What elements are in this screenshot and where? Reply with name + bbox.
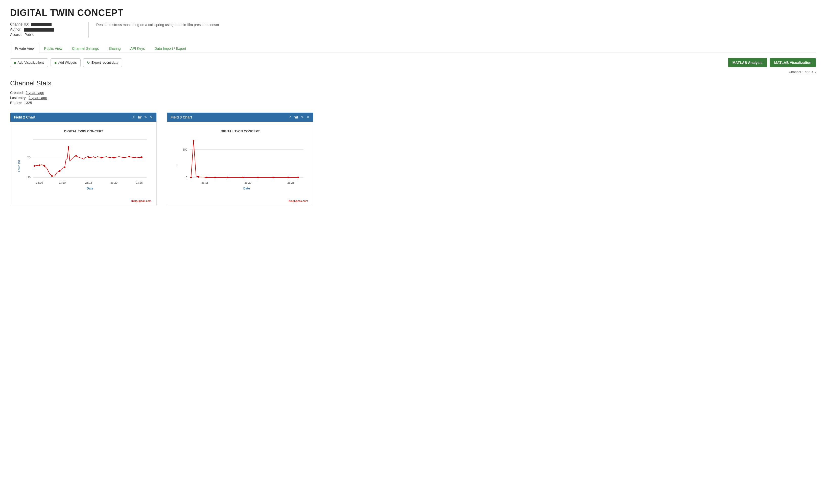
- field2-x-tick-3: 23:15: [85, 181, 92, 184]
- field3-dot: [227, 177, 228, 178]
- channel-stats-section: Channel Stats Created: 2 years ago Last …: [10, 79, 816, 105]
- field3-dot: [214, 177, 216, 178]
- channel-stats-title: Channel Stats: [10, 79, 816, 87]
- add-widgets-label: Add Widgets: [58, 61, 77, 64]
- meta-section: Channel ID: Author: Access: Public Real-…: [10, 22, 816, 38]
- field3-x-tick-1: 23:15: [201, 181, 209, 184]
- matlab-visualization-button[interactable]: MATLAB Visualization: [770, 58, 816, 67]
- field3-dot: [288, 177, 289, 178]
- field2-dot: [39, 165, 40, 166]
- field2-close-icon[interactable]: ✕: [150, 115, 153, 119]
- tab-api-keys[interactable]: API Keys: [126, 44, 150, 53]
- channel-id-row: Channel ID:: [10, 22, 81, 26]
- tab-private-view[interactable]: Private View: [10, 44, 40, 53]
- author-label: Author:: [10, 27, 21, 31]
- add-widgets-button[interactable]: ■ Add Widgets: [51, 58, 80, 67]
- meta-divider: [88, 22, 89, 38]
- field3-credit: ThingSpeak.com: [172, 199, 308, 202]
- created-value[interactable]: 2 years ago: [26, 91, 44, 95]
- export-recent-data-button[interactable]: ↻ Export recent data: [83, 58, 122, 67]
- field3-x-label: Date: [243, 187, 250, 190]
- field2-dot: [88, 156, 90, 158]
- access-row: Access: Public: [10, 33, 81, 37]
- field3-svg: DIGITAL TWIN CONCEPT 3 0 500 23:15 23:20…: [172, 127, 308, 198]
- field2-dot: [141, 156, 142, 158]
- field3-dot: [193, 140, 194, 141]
- field3-x-tick-2: 23:20: [244, 181, 251, 184]
- field3-dot: [205, 177, 207, 178]
- field3-dot: [257, 177, 259, 178]
- field2-dot: [59, 170, 60, 172]
- channel-id-label: Channel ID:: [10, 22, 29, 26]
- last-entry-row: Last entry: 2 years ago: [10, 96, 816, 100]
- add-visualizations-button[interactable]: ■ Add Visualizations: [10, 58, 48, 67]
- channel-nav: Channel 1 of 2 ‹ ›: [10, 70, 816, 74]
- channel-prev-arrow[interactable]: ‹: [812, 70, 813, 74]
- field3-y-tick-500: 500: [183, 148, 187, 151]
- field2-edit-icon[interactable]: ✎: [144, 115, 147, 119]
- field3-chart-header: Field 3 Chart ↗ ☎ ✎ ✕: [167, 113, 313, 122]
- last-entry-label: Last entry:: [10, 96, 26, 100]
- field3-dot: [198, 176, 199, 178]
- plus-icon2: ■: [54, 61, 56, 65]
- field3-data-line: [191, 141, 298, 177]
- entries-value: 1325: [24, 101, 32, 105]
- field2-dot: [113, 157, 115, 159]
- tab-channel-settings[interactable]: Channel Settings: [67, 44, 104, 53]
- field2-dot: [44, 165, 45, 167]
- export-icon: ↻: [87, 61, 90, 65]
- field2-chart-icons: ↗ ☎ ✎ ✕: [132, 115, 153, 119]
- field2-external-link-icon[interactable]: ↗: [132, 115, 135, 119]
- channel-id-value: [31, 23, 52, 26]
- field2-dot: [128, 156, 130, 158]
- field3-dot: [298, 177, 299, 178]
- access-label: Access:: [10, 33, 22, 37]
- plus-icon: ■: [14, 61, 16, 65]
- matlab-analysis-button[interactable]: MATLAB Analysis: [728, 58, 767, 67]
- access-value: Public: [24, 33, 34, 37]
- field3-chart-card: Field 3 Chart ↗ ☎ ✎ ✕ DIGITAL TWIN CONCE…: [167, 112, 313, 206]
- field2-chart-main-title: DIGITAL TWIN CONCEPT: [64, 129, 103, 133]
- channel-next-arrow[interactable]: ›: [815, 70, 816, 74]
- field2-x-label: Date: [87, 187, 93, 190]
- field2-dot: [75, 155, 77, 156]
- field3-svg-wrap: DIGITAL TWIN CONCEPT 3 0 500 23:15 23:20…: [172, 127, 308, 198]
- tab-sharing[interactable]: Sharing: [104, 44, 125, 53]
- last-entry-value[interactable]: 2 years ago: [28, 96, 47, 100]
- meta-left: Channel ID: Author: Access: Public: [10, 22, 81, 38]
- field3-external-link-icon[interactable]: ↗: [289, 115, 292, 119]
- field2-data-line: [35, 147, 142, 176]
- field2-dot: [34, 165, 35, 167]
- tab-public-view[interactable]: Public View: [40, 44, 67, 53]
- field2-svg-wrap: DIGITAL TWIN CONCEPT Force (N) 20 25 23:…: [15, 127, 151, 198]
- field2-svg: DIGITAL TWIN CONCEPT Force (N) 20 25 23:…: [15, 127, 152, 198]
- page-title: DIGITAL TWIN CONCEPT: [10, 8, 816, 18]
- author-row: Author:: [10, 27, 81, 31]
- field2-dot: [51, 175, 53, 177]
- tab-data-import-export[interactable]: Data Import / Export: [150, 44, 191, 53]
- field3-y-tick-0: 0: [186, 176, 187, 179]
- channel-nav-text: Channel 1 of 2: [789, 70, 810, 74]
- field2-dot: [64, 167, 65, 168]
- field2-x-tick-5: 23:25: [136, 181, 143, 184]
- field2-y-label: Force (N): [17, 160, 20, 172]
- field2-chart-title: Field 2 Chart: [14, 115, 36, 119]
- field2-comment-icon[interactable]: ☎: [137, 115, 142, 119]
- created-label: Created:: [10, 91, 24, 95]
- field2-chart-header: Field 2 Chart ↗ ☎ ✎ ✕: [10, 113, 157, 122]
- field2-dot: [68, 146, 69, 148]
- entries-label: Entries:: [10, 101, 22, 105]
- field3-chart-body: DIGITAL TWIN CONCEPT 3 0 500 23:15 23:20…: [167, 122, 313, 206]
- field3-x-tick-3: 23:25: [287, 181, 294, 184]
- field2-chart-body: DIGITAL TWIN CONCEPT Force (N) 20 25 23:…: [10, 122, 157, 206]
- field2-y-tick-25: 25: [27, 155, 31, 159]
- field2-dot: [101, 157, 102, 159]
- field2-y-tick-20: 20: [27, 176, 31, 179]
- field3-close-icon[interactable]: ✕: [306, 115, 309, 119]
- field3-comment-icon[interactable]: ☎: [294, 115, 298, 119]
- field2-x-tick-2: 23:10: [59, 181, 66, 184]
- field3-y-label: 3: [176, 164, 177, 167]
- toolbar: ■ Add Visualizations ■ Add Widgets ↻ Exp…: [10, 58, 816, 67]
- field3-edit-icon[interactable]: ✎: [301, 115, 304, 119]
- entries-row: Entries: 1325: [10, 101, 816, 105]
